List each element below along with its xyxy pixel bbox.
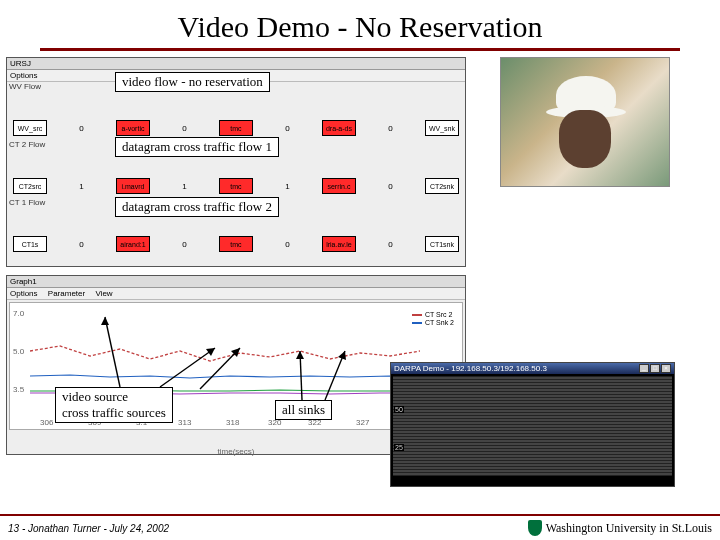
face-shape [559, 110, 611, 168]
darpa-window: DARPA Demo - 192.168.50.3/192.168.50.3 _… [390, 362, 675, 487]
darpa-plot: 50 25 [393, 376, 672, 476]
close-button[interactable]: × [661, 364, 671, 373]
edge-label: 1 [285, 182, 289, 191]
edge-label: 1 [79, 182, 83, 191]
node[interactable]: tmc [219, 236, 253, 252]
footer-left: 13 - Jonathan Turner - July 24, 2002 [8, 523, 169, 534]
title-divider [40, 48, 680, 51]
window-controls: _ □ × [639, 364, 671, 373]
ytick: 7.0 [13, 309, 24, 318]
node[interactable]: a-vortic [116, 120, 150, 136]
edge-label: 0 [182, 124, 186, 133]
window-menubar[interactable]: Options Parameter View [7, 288, 465, 300]
overlay-ct1: datagram cross traffic flow 1 [115, 137, 279, 157]
node[interactable]: i.mavrd [116, 178, 150, 194]
edge-label: 0 [79, 240, 83, 249]
xtick: 318 [226, 418, 239, 427]
content-area: URSJ Options WV Flow WV_src 0 a-vortic 0… [0, 57, 720, 497]
label-video-source: video source cross traffic sources [55, 387, 173, 423]
row-side-label: CT 1 Flow [7, 198, 45, 207]
footer-right: Washington University in St.Louis [528, 520, 712, 536]
ytick: 5.0 [13, 347, 24, 356]
window-titlebar[interactable]: DARPA Demo - 192.168.50.3/192.168.50.3 _… [391, 363, 674, 374]
node-src[interactable]: CT2src [13, 178, 47, 194]
node[interactable]: tmc [219, 120, 253, 136]
flow-rows: WV Flow WV_src 0 a-vortic 0 tmc 0 dra-a-… [7, 82, 465, 256]
legend-entry: CT Src 2 [425, 311, 453, 318]
node-src[interactable]: WV_src [13, 120, 47, 136]
overlay-video-flow: video flow - no reservation [115, 72, 270, 92]
minimize-button[interactable]: _ [639, 364, 649, 373]
node-snk[interactable]: WV_snk [425, 120, 459, 136]
edge-label: 0 [79, 124, 83, 133]
menu-item[interactable]: Options [10, 289, 38, 298]
row-side-label: WV Flow [7, 82, 41, 91]
chart-legend: CT Src 2 CT Snk 2 [410, 309, 456, 329]
node[interactable]: airand:1 [116, 236, 150, 252]
menu-item[interactable]: View [95, 289, 112, 298]
maximize-button[interactable]: □ [650, 364, 660, 373]
window-title: DARPA Demo - 192.168.50.3/192.168.50.3 [394, 364, 547, 373]
legend-entry: CT Snk 2 [425, 319, 454, 326]
edge-label: 0 [182, 240, 186, 249]
node-src[interactable]: CT1s [13, 236, 47, 252]
node[interactable]: dra-a-ds [322, 120, 356, 136]
xtick: 313 [178, 418, 191, 427]
node[interactable]: tmc [219, 178, 253, 194]
overlay-ct2: datagram cross traffic flow 2 [115, 197, 279, 217]
node-snk[interactable]: CT1snk [425, 236, 459, 252]
window-title: URSJ [10, 59, 31, 68]
node[interactable]: lria.av.le [322, 236, 356, 252]
edge-label: 0 [285, 124, 289, 133]
video-thumbnail [500, 57, 670, 187]
label-all-sinks: all sinks [275, 400, 332, 420]
slide-footer: 13 - Jonathan Turner - July 24, 2002 Was… [0, 514, 720, 540]
edge-label: 1 [182, 182, 186, 191]
window-titlebar[interactable]: Graph1 [7, 276, 465, 288]
row-side-label: CT 2 Flow [7, 140, 45, 149]
xtick: 306 [40, 418, 53, 427]
shield-icon [528, 520, 542, 536]
slide-title: Video Demo - No Reservation [0, 0, 720, 48]
window-titlebar[interactable]: URSJ [7, 58, 465, 70]
node[interactable]: serrin.c [322, 178, 356, 194]
edge-label: 0 [388, 182, 392, 191]
window-title: Graph1 [10, 277, 37, 286]
edge-label: 0 [388, 124, 392, 133]
edge-label: 0 [285, 240, 289, 249]
xtick: 327 [356, 418, 369, 427]
ytick: 50 [394, 406, 404, 413]
ytick: 3.5 [13, 385, 24, 394]
ytick: 25 [394, 444, 404, 451]
node-snk[interactable]: CT2snk [425, 178, 459, 194]
edge-label: 0 [388, 240, 392, 249]
menu-options[interactable]: Options [10, 71, 38, 80]
menu-item[interactable]: Parameter [48, 289, 85, 298]
